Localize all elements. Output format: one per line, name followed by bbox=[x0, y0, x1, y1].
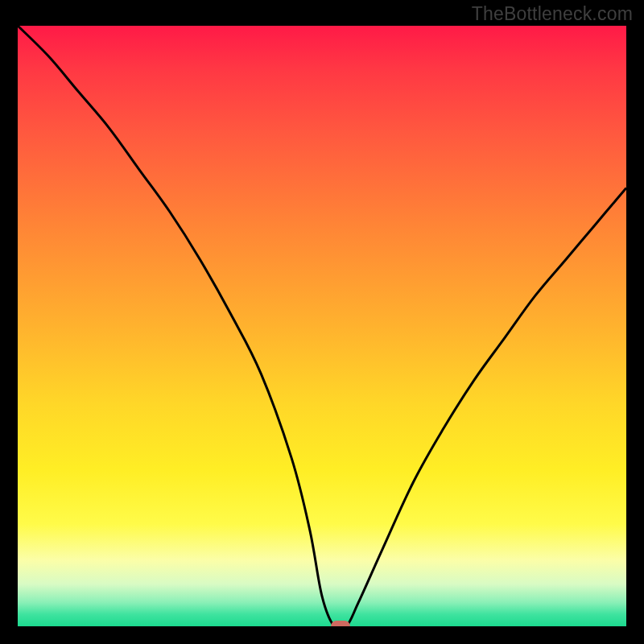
bottleneck-curve bbox=[18, 26, 626, 626]
curve-path bbox=[18, 26, 626, 626]
chart-frame: TheBottleneck.com bbox=[0, 0, 644, 644]
bottleneck-marker bbox=[331, 621, 350, 626]
plot-area bbox=[18, 26, 626, 626]
watermark-text: TheBottleneck.com bbox=[472, 3, 633, 25]
